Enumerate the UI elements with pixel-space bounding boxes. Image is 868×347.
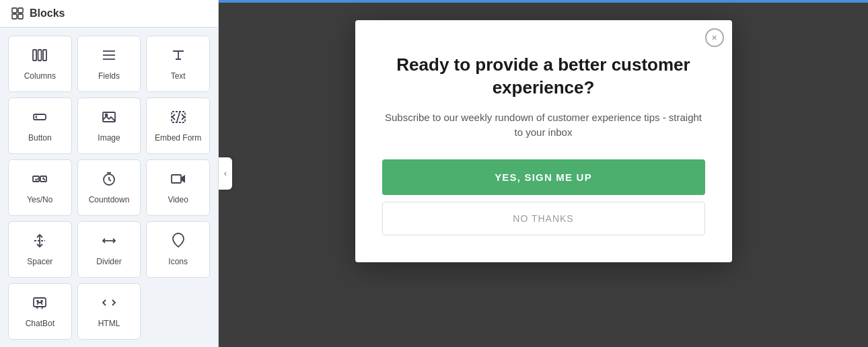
- modal-subtitle: Subscribe to our weekly rundown of custo…: [382, 110, 705, 141]
- spacer-icon: [32, 233, 48, 252]
- columns-icon: [32, 47, 48, 66]
- svg-rect-3: [18, 14, 23, 19]
- sidebar: Blocks Columns Fields: [0, 0, 219, 347]
- main-canvas: ‹ × Ready to provide a better customer e…: [219, 0, 868, 347]
- svg-rect-6: [43, 50, 46, 61]
- image-label: Image: [98, 133, 120, 143]
- icons-icon: [170, 233, 186, 252]
- block-item-divider[interactable]: Divider: [77, 221, 141, 278]
- text-label: Text: [171, 71, 186, 81]
- block-item-fields[interactable]: Fields: [77, 36, 141, 92]
- block-item-button[interactable]: Button: [8, 98, 72, 154]
- video-label: Video: [168, 195, 188, 204]
- html-icon: [101, 295, 117, 313]
- modal-popup: × Ready to provide a better customer exp…: [355, 20, 732, 262]
- chatbot-icon: [32, 295, 48, 313]
- svg-line-13: [177, 112, 180, 122]
- block-item-yes-no[interactable]: Yes/No: [8, 159, 72, 216]
- chatbot-label: ChatBot: [26, 319, 55, 328]
- countdown-label: Countdown: [89, 195, 130, 204]
- columns-label: Columns: [24, 71, 56, 81]
- block-item-countdown[interactable]: Countdown: [77, 159, 141, 216]
- blocks-icon: [11, 7, 24, 20]
- svg-rect-18: [172, 175, 181, 183]
- block-item-html[interactable]: HTML: [77, 283, 141, 340]
- close-icon: ×: [711, 32, 717, 43]
- svg-rect-2: [12, 14, 17, 19]
- block-item-video[interactable]: Video: [146, 159, 210, 216]
- blocks-grid: Columns Fields Text: [0, 28, 218, 347]
- modal-title: Ready to provide a better customer exper…: [382, 54, 705, 100]
- svg-rect-1: [18, 8, 23, 13]
- icons-label: Icons: [168, 257, 188, 266]
- spacer-label: Spacer: [27, 257, 52, 266]
- html-label: HTML: [98, 319, 120, 328]
- embed-form-icon: [170, 109, 186, 128]
- text-icon: [170, 47, 186, 66]
- block-item-chatbot[interactable]: ChatBot: [8, 283, 72, 340]
- yes-sign-me-up-button[interactable]: YES, SIGN ME UP: [382, 159, 705, 195]
- collapse-icon: ‹: [224, 169, 227, 178]
- svg-point-12: [105, 114, 107, 116]
- no-thanks-button[interactable]: NO THANKS: [382, 202, 705, 235]
- video-icon: [170, 171, 186, 190]
- image-icon: [101, 109, 117, 128]
- fields-icon: [101, 47, 117, 66]
- sidebar-header: Blocks: [0, 0, 218, 28]
- svg-rect-4: [33, 50, 36, 61]
- svg-point-24: [41, 301, 42, 302]
- svg-point-23: [37, 301, 38, 302]
- svg-rect-0: [12, 8, 17, 13]
- divider-icon: [101, 233, 117, 252]
- yes-no-label: Yes/No: [27, 195, 52, 204]
- fields-label: Fields: [98, 71, 120, 81]
- sidebar-title: Blocks: [30, 7, 65, 20]
- countdown-icon: [101, 171, 117, 190]
- button-icon: [32, 109, 48, 128]
- block-item-icons[interactable]: Icons: [146, 221, 210, 278]
- divider-label: Divider: [96, 257, 121, 266]
- yes-no-icon: [32, 171, 48, 190]
- modal-close-button[interactable]: ×: [705, 28, 724, 47]
- svg-rect-11: [103, 112, 115, 122]
- block-item-image[interactable]: Image: [77, 98, 141, 154]
- button-label: Button: [28, 133, 52, 143]
- block-item-embed-form[interactable]: Embed Form: [146, 98, 210, 154]
- block-item-columns[interactable]: Columns: [8, 36, 72, 92]
- collapse-handle[interactable]: ‹: [219, 157, 232, 190]
- top-bar: [219, 0, 868, 3]
- svg-rect-5: [38, 50, 42, 61]
- embed-form-label: Embed Form: [155, 133, 201, 143]
- block-item-spacer[interactable]: Spacer: [8, 221, 72, 278]
- block-item-text[interactable]: Text: [146, 36, 210, 92]
